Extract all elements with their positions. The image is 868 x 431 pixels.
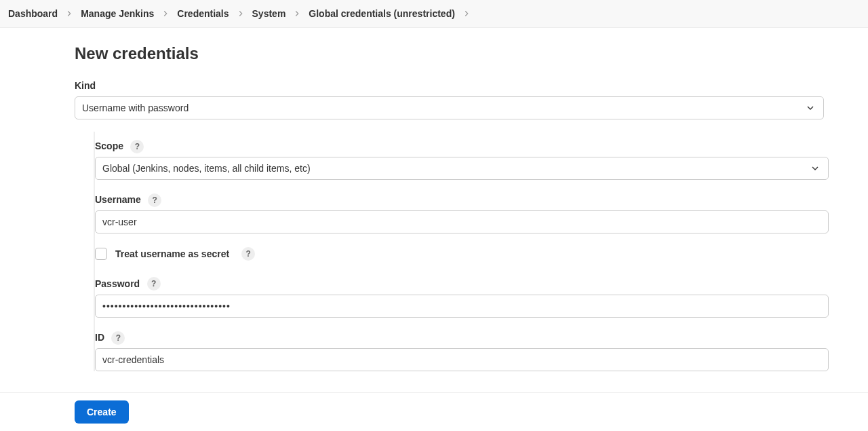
scope-help-icon[interactable]: ? xyxy=(130,140,144,153)
chevron-right-icon xyxy=(462,9,471,18)
breadcrumb-item-system[interactable]: System xyxy=(250,8,289,19)
breadcrumb-item-manage-jenkins[interactable]: Manage Jenkins xyxy=(78,8,157,19)
username-field[interactable] xyxy=(95,210,829,233)
kind-select[interactable] xyxy=(75,96,824,119)
kind-label: Kind xyxy=(75,80,96,91)
breadcrumb-item-global-credentials[interactable]: Global credentials (unrestricted) xyxy=(306,8,458,19)
id-group: ID ? xyxy=(95,331,827,371)
chevron-right-icon xyxy=(161,9,170,18)
id-field[interactable] xyxy=(95,348,829,371)
kind-group: Kind xyxy=(75,79,827,119)
treat-secret-group: Treat username as secret ? xyxy=(95,247,827,261)
username-group: Username ? xyxy=(95,193,827,233)
password-field[interactable] xyxy=(95,295,829,318)
scope-label: Scope xyxy=(95,140,123,151)
id-help-icon[interactable]: ? xyxy=(111,331,125,345)
treat-secret-help-icon[interactable]: ? xyxy=(241,247,255,261)
breadcrumb-item-dashboard[interactable]: Dashboard xyxy=(5,8,60,19)
bottom-action-bar: Create xyxy=(0,392,868,431)
chevron-right-icon xyxy=(64,9,74,18)
create-button[interactable]: Create xyxy=(75,400,129,424)
chevron-right-icon xyxy=(236,9,245,18)
scope-group: Scope ? xyxy=(95,132,827,180)
scope-select[interactable] xyxy=(95,157,829,180)
treat-secret-label: Treat username as secret xyxy=(115,248,229,259)
breadcrumb: Dashboard Manage Jenkins Credentials Sys… xyxy=(0,0,868,28)
chevron-right-icon xyxy=(292,9,302,18)
page-title: New credentials xyxy=(75,44,827,63)
treat-secret-checkbox[interactable] xyxy=(95,248,107,260)
password-label: Password xyxy=(95,278,140,289)
id-label: ID xyxy=(95,332,104,343)
username-help-icon[interactable]: ? xyxy=(148,193,161,207)
breadcrumb-item-credentials[interactable]: Credentials xyxy=(174,8,231,19)
username-label: Username xyxy=(95,194,141,205)
password-help-icon[interactable]: ? xyxy=(147,277,161,291)
password-group: Password ? xyxy=(95,277,827,317)
